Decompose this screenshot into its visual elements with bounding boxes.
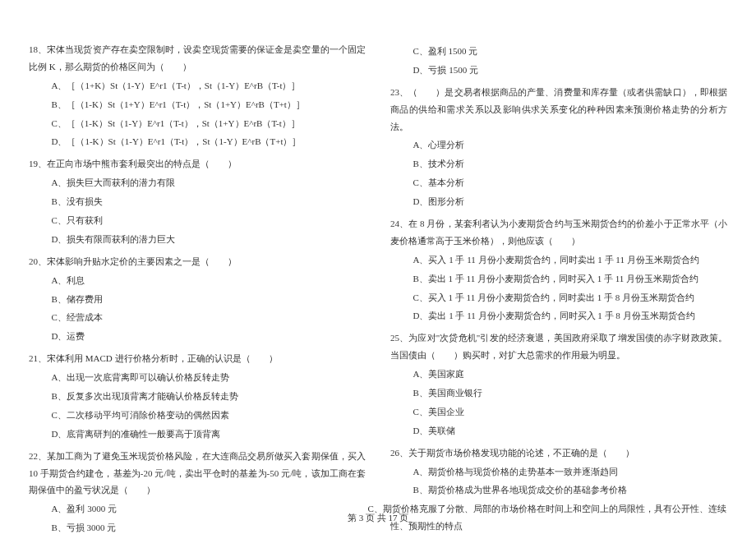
question-text: 19、在正向市场中熊市套利最突出的特点是（ ） bbox=[29, 155, 366, 173]
option-a: A、美国家庭 bbox=[413, 366, 728, 383]
option-b: B、［（1-K）St（1+Y）E^r1（T-t），St（1+Y）E^rB（T+t… bbox=[52, 96, 366, 113]
option-a: A、买入 1 手 11 月份小麦期货合约，同时卖出 1 手 11 月份玉米期货合… bbox=[413, 251, 728, 269]
option-d: D、［（1-K）St（1-Y）E^r1（T-t），St（1-Y）E^rB（T+t… bbox=[52, 133, 366, 150]
option-b: B、卖出 1 手 11 月份小麦期货合约，同时买入 1 手 11 月份玉米期货合… bbox=[413, 270, 728, 288]
option-c: C、二次移动平均可消除价格变动的偶然因素 bbox=[52, 407, 366, 424]
option-b: B、反复多次出现顶背离才能确认价格反转走势 bbox=[52, 388, 366, 405]
question-text: 24、在 8 月份，某套利者认为小麦期货合约与玉米期货合约的价差小于正常水平（小… bbox=[390, 215, 727, 250]
question-text: 21、宋体利用 MACD 进行价格分析时，正确的认识是（ ） bbox=[29, 350, 366, 367]
option-c: C、经营成本 bbox=[52, 309, 366, 326]
option-c: C、美国企业 bbox=[413, 403, 728, 421]
question-options: A、利息 B、储存费用 C、经营成本 D、运费 bbox=[29, 272, 366, 346]
right-column: C、盈利 1500 元 D、亏损 1500 元 23、（ ）是交易者根据商品的产… bbox=[390, 41, 727, 534]
question-options: A、损失巨大而获利的潜力有限 B、没有损失 C、只有获利 D、损失有限而获利的潜… bbox=[29, 174, 366, 248]
question-options: A、［（1+K）St（1-Y）E^r1（T-t），St（1-Y）E^rB（T-t… bbox=[29, 77, 366, 151]
option-d: D、图形分析 bbox=[413, 193, 728, 210]
page-footer: 第 3 页 共 17 页 bbox=[0, 512, 756, 524]
option-d: D、亏损 1500 元 bbox=[413, 62, 728, 79]
question-text: 25、为应对"次贷危机"引发的经济衰退，美国政府采取了增发国债的赤字财政政策。当… bbox=[390, 329, 727, 364]
option-b: B、技术分析 bbox=[413, 155, 728, 173]
question-options: C、盈利 1500 元 D、亏损 1500 元 bbox=[390, 43, 727, 79]
question-20: 20、宋体影响升贴水定价的主要因素之一是（ ） A、利息 B、储存费用 C、经营… bbox=[29, 253, 366, 345]
option-b: B、储存费用 bbox=[52, 291, 366, 308]
option-a: A、利息 bbox=[52, 272, 366, 289]
option-d: D、美联储 bbox=[413, 422, 728, 440]
option-a: A、期货价格与现货价格的走势基本一致并逐渐趋同 bbox=[413, 463, 728, 481]
option-a: A、［（1+K）St（1-Y）E^r1（T-t），St（1-Y）E^rB（T-t… bbox=[52, 77, 366, 94]
left-column: 18、宋体当现货资产存在卖空限制时，设卖空现货需要的保证金是卖空量的一个固定比例… bbox=[29, 41, 366, 534]
option-a: A、心理分析 bbox=[413, 136, 728, 154]
option-d: D、损失有限而获利的潜力巨大 bbox=[52, 231, 366, 248]
option-a: A、出现一次底背离即可以确认价格反转走势 bbox=[52, 369, 366, 386]
question-text: 20、宋体影响升贴水定价的主要因素之一是（ ） bbox=[29, 253, 366, 270]
question-18: 18、宋体当现货资产存在卖空限制时，设卖空现货需要的保证金是卖空量的一个固定比例… bbox=[29, 41, 366, 150]
question-text: 18、宋体当现货资产存在卖空限制时，设卖空现货需要的保证金是卖空量的一个固定比例… bbox=[29, 41, 366, 76]
question-22-continued: C、盈利 1500 元 D、亏损 1500 元 bbox=[390, 43, 727, 79]
option-c: C、［（1-K）St（1-Y）E^r1（T-t），St（1+Y）E^rB（T-t… bbox=[52, 115, 366, 132]
question-23: 23、（ ）是交易者根据商品的产量、消费量和库存量（或者供需缺口），即根据商品的… bbox=[390, 84, 727, 210]
question-19: 19、在正向市场中熊市套利最突出的特点是（ ） A、损失巨大而获利的潜力有限 B… bbox=[29, 155, 366, 247]
question-text: 23、（ ）是交易者根据商品的产量、消费量和库存量（或者供需缺口），即根据商品的… bbox=[390, 84, 727, 136]
question-24: 24、在 8 月份，某套利者认为小麦期货合约与玉米期货合约的价差小于正常水平（小… bbox=[390, 215, 727, 325]
option-d: D、运费 bbox=[52, 328, 366, 345]
question-21: 21、宋体利用 MACD 进行价格分析时，正确的认识是（ ） A、出现一次底背离… bbox=[29, 350, 366, 442]
question-options: A、买入 1 手 11 月份小麦期货合约，同时卖出 1 手 11 月份玉米期货合… bbox=[390, 251, 727, 325]
option-b: B、美国商业银行 bbox=[413, 384, 728, 402]
option-c: C、只有获利 bbox=[52, 212, 366, 229]
question-text: 22、某加工商为了避免玉米现货价格风险，在大连商品交易所做买入套期保值，买入 1… bbox=[29, 448, 366, 499]
option-d: D、底背离研判的准确性一般要高于顶背离 bbox=[52, 426, 366, 443]
option-c: C、盈利 1500 元 bbox=[413, 43, 728, 60]
question-options: A、美国家庭 B、美国商业银行 C、美国企业 D、美联储 bbox=[390, 366, 727, 440]
option-a: A、损失巨大而获利的潜力有限 bbox=[52, 174, 366, 191]
question-25: 25、为应对"次贷危机"引发的经济衰退，美国政府采取了增发国债的赤字财政政策。当… bbox=[390, 329, 727, 439]
option-c: C、买入 1 手 11 月份小麦期货合约，同时卖出 1 手 8 月份玉米期货合约 bbox=[413, 289, 728, 306]
document-page: 18、宋体当现货资产存在卖空限制时，设卖空现货需要的保证金是卖空量的一个固定比例… bbox=[0, 0, 756, 534]
question-options: A、出现一次底背离即可以确认价格反转走势 B、反复多次出现顶背离才能确认价格反转… bbox=[29, 369, 366, 443]
option-b: B、期货价格成为世界各地现货成交价的基础参考价格 bbox=[413, 481, 728, 499]
question-text: 26、关于期货市场价格发现功能的论述，不正确的是（ ） bbox=[390, 444, 727, 462]
option-b: B、没有损失 bbox=[52, 193, 366, 210]
option-d: D、卖出 1 手 11 月份小麦期货合约，同时买入 1 手 8 月份玉米期货合约 bbox=[413, 307, 728, 325]
question-options: A、心理分析 B、技术分析 C、基本分析 D、图形分析 bbox=[390, 136, 727, 210]
option-c: C、基本分析 bbox=[413, 174, 728, 191]
